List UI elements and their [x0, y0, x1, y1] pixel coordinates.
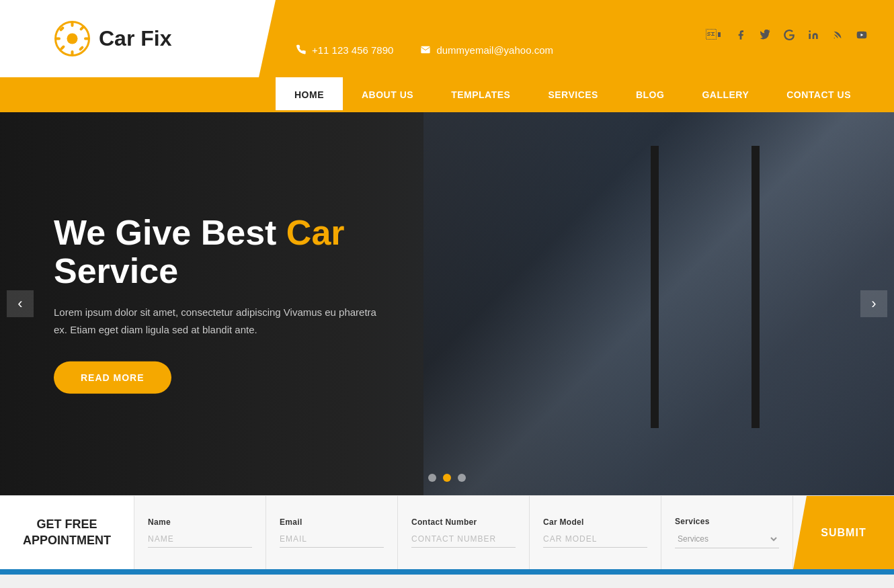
- svg-rect-4: [55, 38, 60, 40]
- email-icon: [420, 44, 431, 55]
- nav-item-services[interactable]: SERVICES: [529, 77, 617, 112]
- hero-title-highlight: Car: [286, 213, 345, 252]
- slider-dot-3[interactable]: [458, 474, 466, 482]
- facebook-icon[interactable]: [735, 30, 746, 40]
- slider-dot-1[interactable]: [428, 474, 436, 482]
- slider-next-button[interactable]: ›: [860, 290, 887, 317]
- svg-point-10: [809, 30, 811, 32]
- page-wrapper: Car Fix ▮ +11 123 456 7890: [0, 0, 894, 575]
- svg-rect-5: [84, 38, 89, 40]
- email-input[interactable]: [280, 531, 384, 548]
- youtube-icon[interactable]: [856, 30, 867, 40]
- bottom-blue-bar: [0, 569, 894, 575]
- nav-item-home[interactable]: HOME: [276, 77, 343, 112]
- email-label: Email: [280, 517, 384, 527]
- appointment-form-bar: GET FREE APPOINTMENT Name Email Contact …: [0, 495, 894, 569]
- header-yellow: ▮ +11 123 456 7890 dummyemail@yahoo.com: [276, 0, 894, 77]
- email-field-group: Email: [266, 496, 398, 569]
- car-model-field-group: Car Model: [530, 496, 661, 569]
- facebook-icon[interactable]: ▮: [706, 29, 722, 41]
- logo-icon: [54, 20, 91, 57]
- email-address: dummyemail@yahoo.com: [436, 44, 553, 56]
- phone-contact: +11 123 456 7890: [296, 44, 393, 56]
- nav-item-about[interactable]: ABOUT US: [343, 77, 432, 112]
- form-fields: Name Email Contact Number Car Model Serv…: [134, 496, 793, 569]
- linkedin-icon[interactable]: [808, 30, 819, 40]
- phone-icon: [296, 44, 307, 55]
- nav-item-blog[interactable]: BLOG: [617, 77, 683, 112]
- services-label: Services: [675, 517, 779, 526]
- slider-dots: [428, 474, 466, 482]
- hero-subtitle: Lorem ipsum dolor sit amet, consectetur …: [54, 304, 390, 338]
- services-select[interactable]: Services Oil Change Brake Service Engine…: [675, 530, 779, 548]
- form-label-line1: GET FREE: [23, 517, 111, 532]
- form-label-line2: APPOINTMENT: [23, 533, 111, 548]
- car-model-label: Car Model: [543, 517, 647, 527]
- phone-number: +11 123 456 7890: [312, 44, 393, 56]
- name-input[interactable]: [148, 531, 252, 548]
- svg-point-11: [834, 38, 835, 38]
- read-more-button[interactable]: READ MORE: [54, 362, 171, 394]
- hero-title: We Give Best Car Service: [54, 214, 390, 290]
- googleplus-icon[interactable]: [784, 30, 795, 40]
- submit-button-area[interactable]: SUBMIT: [793, 496, 894, 569]
- nav-item-gallery[interactable]: GALLERY: [683, 77, 768, 112]
- header: Car Fix ▮ +11 123 456 7890: [0, 0, 894, 77]
- svg-point-1: [67, 34, 78, 44]
- svg-rect-2: [71, 22, 74, 27]
- phone-field-group: Contact Number: [398, 496, 530, 569]
- slider-prev-button[interactable]: ‹: [7, 290, 34, 317]
- logo-text: Car Fix: [99, 26, 171, 51]
- car-model-input[interactable]: [543, 531, 647, 548]
- hero-content: We Give Best Car Service Lorem ipsum dol…: [54, 214, 390, 394]
- appointment-label: GET FREE APPOINTMENT: [0, 496, 134, 569]
- social-bar: ▮: [276, 29, 894, 44]
- name-field-group: Name: [134, 496, 266, 569]
- slider-dot-2[interactable]: [443, 474, 451, 482]
- logo-area: Car Fix: [0, 0, 276, 77]
- services-field-group: Services Services Oil Change Brake Servi…: [661, 496, 793, 569]
- submit-button[interactable]: SUBMIT: [821, 527, 866, 539]
- email-contact: dummyemail@yahoo.com: [420, 44, 553, 56]
- nav-item-templates[interactable]: TEMPLATES: [432, 77, 529, 112]
- twitter-icon[interactable]: [760, 30, 770, 40]
- contact-bar: +11 123 456 7890 dummyemail@yahoo.com: [276, 44, 894, 56]
- nav-item-contact[interactable]: CONTACT US: [768, 77, 870, 112]
- name-label: Name: [148, 517, 252, 527]
- hero-slider: ‹ We Give Best Car Service Lorem ipsum d…: [0, 112, 894, 495]
- rss-icon[interactable]: [832, 30, 843, 40]
- navbar: HOME ABOUT US TEMPLATES SERVICES BLOG GA…: [0, 77, 894, 112]
- phone-label: Contact Number: [411, 517, 516, 527]
- svg-rect-3: [71, 50, 74, 56]
- phone-input[interactable]: [411, 531, 516, 548]
